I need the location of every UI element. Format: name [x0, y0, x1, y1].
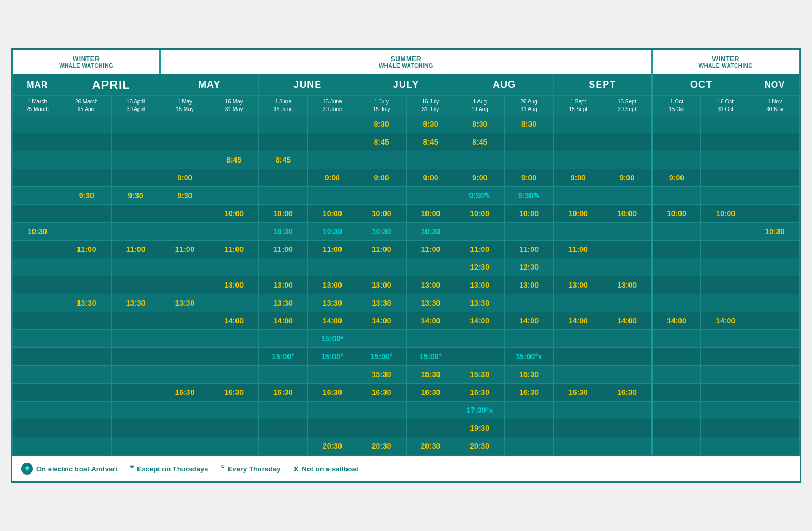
- legend-except-thursday: * Except on Thursdays: [130, 464, 208, 474]
- cell-830-jul1: 8:30: [357, 115, 406, 133]
- cell: [111, 115, 160, 133]
- cell: [160, 330, 209, 348]
- cell-1000-jun1: 10:00: [259, 205, 308, 223]
- cell-2030-jun2: 20:30: [307, 437, 357, 455]
- cell: [406, 419, 455, 437]
- cell: [652, 330, 701, 348]
- cell: [553, 187, 603, 205]
- cell-1300-jul1: 13:00: [357, 276, 406, 294]
- cell: [209, 330, 259, 348]
- cell: [307, 115, 357, 133]
- date-may2: 16 May31 May: [209, 96, 259, 115]
- cell: [62, 330, 111, 348]
- cell-1630-jul2: 16:30: [406, 384, 455, 402]
- date-jun1: 1 June15 June: [259, 96, 308, 115]
- cell-845-may2: 8:45: [209, 151, 259, 169]
- cell: [209, 366, 259, 384]
- cell: [307, 187, 357, 205]
- cell-1100-aug2: 11:00: [505, 241, 554, 258]
- cell: [603, 241, 652, 258]
- month-nov: NOV: [750, 74, 800, 96]
- cell: [553, 294, 603, 312]
- cell: [701, 348, 750, 366]
- cell: [750, 258, 800, 276]
- cell: [357, 419, 406, 437]
- cell-1000-aug2: 10:00: [505, 205, 554, 223]
- cell: [259, 366, 308, 384]
- cell: [701, 402, 750, 419]
- cell: [603, 402, 652, 419]
- winter-season-right: WINTER WHALE WATCHING: [652, 50, 799, 74]
- cell: [111, 133, 160, 151]
- cell: [259, 187, 308, 205]
- cell: [750, 330, 800, 348]
- date-may1: 1 May15 May: [160, 96, 209, 115]
- cell-1000-jul2: 10:00: [406, 205, 455, 223]
- cell: [701, 258, 750, 276]
- cell: [455, 151, 505, 169]
- cell: [160, 312, 209, 330]
- cell: [553, 115, 603, 133]
- cell: [259, 437, 308, 455]
- cell-1300-jun1: 13:00: [259, 276, 308, 294]
- cell-1630-may1: 16:30: [160, 384, 209, 402]
- cell-1630-sep2: 16:30: [603, 384, 652, 402]
- cell: [13, 151, 62, 169]
- cell: [652, 133, 701, 151]
- month-oct: OCT: [652, 74, 750, 96]
- cell: [652, 258, 701, 276]
- cell: [701, 384, 750, 402]
- cell: [111, 151, 160, 169]
- cell: [259, 330, 308, 348]
- cell-1400-aug1: 14:00: [455, 312, 505, 330]
- cell-1030-nov: 10:30: [750, 223, 800, 241]
- cell-930-aug1: 9:30✎: [455, 187, 505, 205]
- cell: [160, 223, 209, 241]
- legend-row: On electric boat Andvari * Except on Thu…: [12, 455, 800, 481]
- cell: [603, 187, 652, 205]
- cell: [209, 419, 259, 437]
- table-row: 8:45 8:45: [13, 151, 800, 169]
- cell: [160, 133, 209, 151]
- cell-900-sep2: 9:00: [603, 169, 652, 187]
- legend-except-thursday-text: Except on Thursdays: [137, 465, 208, 473]
- schedule-container: WINTER WHALE WATCHING SUMMER WHALE WATCH…: [11, 48, 801, 483]
- date-sep2: 16 Sept30 Sept: [603, 96, 652, 115]
- cell-1330-jul1: 13:30: [357, 294, 406, 312]
- cell-1400-may2: 14:00: [209, 312, 259, 330]
- cell: [357, 258, 406, 276]
- cell: [406, 151, 455, 169]
- cell-1530-jul2: 15:30: [406, 366, 455, 384]
- cell: [62, 115, 111, 133]
- cell: [209, 258, 259, 276]
- cell: [259, 402, 308, 419]
- cell-1500deg-jun1: 15:00°: [259, 348, 308, 366]
- cell: [553, 366, 603, 384]
- cell-1000-oct2: 10:00: [701, 205, 750, 223]
- cell-1400-aug2: 14:00: [505, 312, 554, 330]
- cell-1300-sep2: 13:00: [603, 276, 652, 294]
- cell: [750, 169, 800, 187]
- cell: [259, 133, 308, 151]
- cell: [111, 312, 160, 330]
- cell: [505, 294, 554, 312]
- month-sept: SEPT: [553, 74, 652, 96]
- cell: [111, 223, 160, 241]
- cell-1500star-jun2: 15:00*: [307, 330, 357, 348]
- cell: [701, 419, 750, 437]
- cell: [13, 384, 62, 402]
- cell: [750, 276, 800, 294]
- cell: [209, 294, 259, 312]
- cell-1400-jul1: 14:00: [357, 312, 406, 330]
- cell-1100-jun2: 11:00: [307, 241, 357, 258]
- cell-1000-jul1: 10:00: [357, 205, 406, 223]
- cell: [111, 276, 160, 294]
- cell: [603, 133, 652, 151]
- cell-1300-may2: 13:00: [209, 276, 259, 294]
- cell: [13, 133, 62, 151]
- cell: [209, 187, 259, 205]
- table-row: 13:00 13:00 13:00 13:00 13:00 13:00 13:0…: [13, 276, 800, 294]
- cell-1400-jul2: 14:00: [406, 312, 455, 330]
- cell-1530-jul1: 15:30: [357, 366, 406, 384]
- month-header-row: MAR APRIL MAY JUNE JULY AUG SEPT OCT NOV: [13, 74, 800, 96]
